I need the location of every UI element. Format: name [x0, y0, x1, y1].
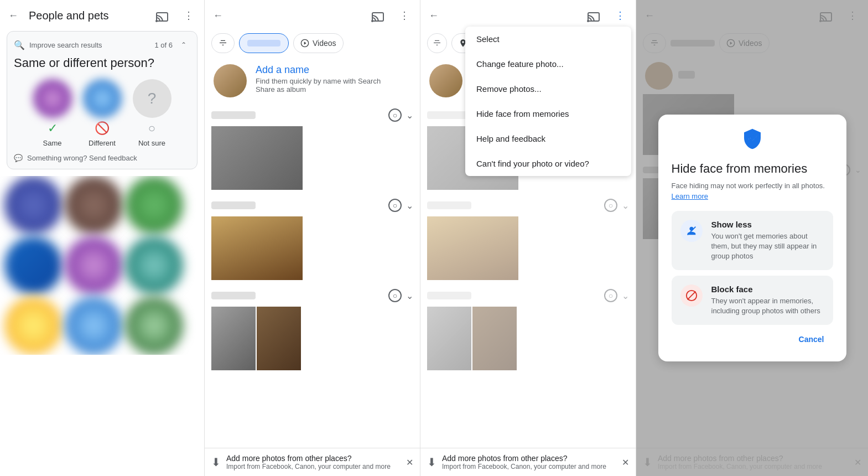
more-options-button[interactable]: ⋮	[178, 4, 200, 27]
photo-thumb-2-2a[interactable]	[211, 216, 303, 280]
notsure-label[interactable]: Not sure	[138, 139, 165, 147]
different-icon: 🚫	[95, 121, 110, 136]
group-check-2-2: ○ ⌄	[388, 199, 413, 212]
block-face-option[interactable]: Block face They won't appear in memories…	[672, 276, 833, 325]
menu-item-remove-photos[interactable]: Remove photos...	[465, 76, 631, 101]
menu-item-help[interactable]: Help and feedback	[465, 126, 631, 151]
import-title-3: Add more photos from other places?	[442, 454, 616, 463]
group-header-3-2: ○ ⌄	[427, 194, 629, 216]
person-thumb-7[interactable]	[4, 297, 63, 355]
collapse-button[interactable]: ⌃	[177, 38, 190, 51]
people-grid	[0, 176, 204, 355]
photo-group-2-2: ○ ⌄	[205, 194, 420, 284]
person-thumb-5[interactable]	[65, 236, 123, 294]
menu-item-hide-face[interactable]: Hide face from memories	[465, 101, 631, 126]
import-close-2[interactable]: ✕	[406, 457, 413, 468]
chevron-3-3: ⌄	[622, 291, 629, 301]
show-less-option[interactable]: Show less You won't get memories about t…	[672, 211, 833, 271]
feedback-icon: 💬	[14, 154, 23, 162]
person-thumb-9[interactable]	[125, 297, 183, 355]
chevron-btn-2-1[interactable]: ⌄	[406, 110, 413, 121]
same-diff-title: Same or different person?	[14, 56, 190, 70]
videos-button-2[interactable]: Videos	[293, 33, 344, 53]
svg-marker-5	[304, 42, 306, 44]
photo-group-3-3: ○ ⌄	[420, 284, 636, 370]
import-close-3[interactable]: ✕	[622, 457, 629, 468]
face-option-1: ✓ Same	[33, 79, 72, 147]
group-name-blurred-3-1	[427, 111, 471, 119]
photo-thumb-2-3b[interactable]	[257, 307, 301, 370]
back-button-2[interactable]: ←	[207, 4, 229, 27]
back-button[interactable]: ←	[2, 4, 24, 27]
cancel-button[interactable]: Cancel	[790, 330, 833, 348]
person-thumb-4[interactable]	[4, 236, 63, 294]
group-name-blurred-1	[211, 111, 256, 119]
group-name-blurred-3-3	[427, 292, 471, 299]
menu-item-cant-find[interactable]: Can't find your photo or video?	[465, 151, 631, 176]
hide-face-dialog: Hide face from memories Face hiding may …	[658, 115, 846, 362]
import-icon-2: ⬇	[211, 456, 221, 469]
import-banner-2: ⬇ Add more photos from other places? Imp…	[205, 448, 420, 476]
location-filter-button-3[interactable]	[427, 33, 447, 53]
svg-point-1	[156, 20, 157, 22]
group-check-3-3: ○ ⌄	[604, 289, 629, 302]
photo-group-2-3: ○ ⌄	[205, 284, 420, 375]
photo-thumb-2-3a[interactable]	[211, 307, 256, 370]
show-less-desc: You won't get memories about them, but t…	[711, 231, 824, 262]
face-option-3: ? ○ Not sure	[133, 79, 171, 147]
learn-more-link[interactable]: Learn more	[672, 192, 708, 200]
group-name-blurred-3	[211, 292, 256, 299]
cast-button[interactable]	[151, 4, 173, 27]
cast-button-3[interactable]	[583, 4, 605, 27]
check-circle-2-3[interactable]: ○	[388, 289, 402, 302]
svg-point-3	[372, 20, 373, 22]
chevron-3-2: ⌄	[622, 200, 629, 211]
search-icon: 🔍	[14, 40, 25, 50]
menu-item-change-photo[interactable]: Change feature photo...	[465, 51, 631, 76]
same-icon: ✓	[48, 121, 58, 136]
faces-compare: ✓ Same 🚫 Different ? ○ Not sure	[14, 79, 190, 147]
person-thumb-8[interactable]	[65, 297, 123, 355]
feedback-link[interactable]: 💬 Something wrong? Send feedback	[14, 154, 190, 162]
profile-subtitle-2: Find them quickly by name with Search	[256, 77, 411, 85]
person-thumb-2[interactable]	[65, 176, 123, 234]
filter-button-2[interactable]	[211, 33, 235, 53]
person-thumb-1[interactable]	[4, 176, 63, 234]
check-circle-2-2[interactable]: ○	[388, 199, 402, 212]
group-header-2-2: ○ ⌄	[211, 194, 413, 216]
dialog-overlay: Hide face from memories Face hiding may …	[636, 0, 868, 476]
import-icon-3: ⬇	[427, 456, 436, 469]
back-button-3[interactable]: ←	[423, 4, 445, 27]
check-circle-2-1[interactable]: ○	[388, 108, 402, 122]
profile-album-2[interactable]: Share as album	[256, 85, 411, 94]
more-options-button-3[interactable]: ⋮	[609, 4, 631, 27]
panel-person-detail: ← ⋮ Videos Add a name Find them qui	[205, 0, 420, 476]
improve-label: Improve search results	[29, 41, 150, 49]
different-label[interactable]: Different	[89, 139, 116, 147]
group-header-3-3: ○ ⌄	[427, 284, 629, 307]
chevron-btn-2-2[interactable]: ⌄	[406, 200, 413, 211]
photo-row-2-1	[211, 126, 413, 190]
cast-button-2[interactable]	[367, 4, 389, 27]
block-face-content: Block face They won't appear in memories…	[711, 284, 824, 316]
face-option-2: 🚫 Different	[83, 79, 122, 147]
import-subtitle-2: Import from Facebook, Canon, your comput…	[226, 463, 401, 470]
face-avatar-3: ?	[133, 79, 171, 118]
person-thumb-6[interactable]	[125, 236, 183, 294]
same-label[interactable]: Same	[43, 139, 62, 147]
add-name-link[interactable]: Add a name	[256, 64, 411, 76]
check-circle-3-2: ○	[604, 199, 617, 212]
chevron-btn-2-3[interactable]: ⌄	[406, 291, 413, 301]
photo-row-3-3	[427, 307, 629, 370]
more-options-button-2[interactable]: ⋮	[393, 4, 415, 27]
panel-person-detail-menu: ← ⋮ Videos	[420, 0, 636, 476]
svg-line-17	[687, 292, 695, 300]
panel-people-pets: ← People and pets ⋮ 🔍 Improve search res…	[0, 0, 205, 476]
improve-count: 1 of 6	[154, 41, 173, 49]
selected-filter-pill	[239, 33, 289, 53]
photo-thumb-2-1a[interactable]	[211, 126, 303, 190]
feedback-text: Something wrong? Send feedback	[27, 154, 137, 162]
block-face-icon	[680, 284, 703, 307]
menu-item-select[interactable]: Select	[465, 27, 631, 51]
person-thumb-3[interactable]	[125, 176, 183, 234]
